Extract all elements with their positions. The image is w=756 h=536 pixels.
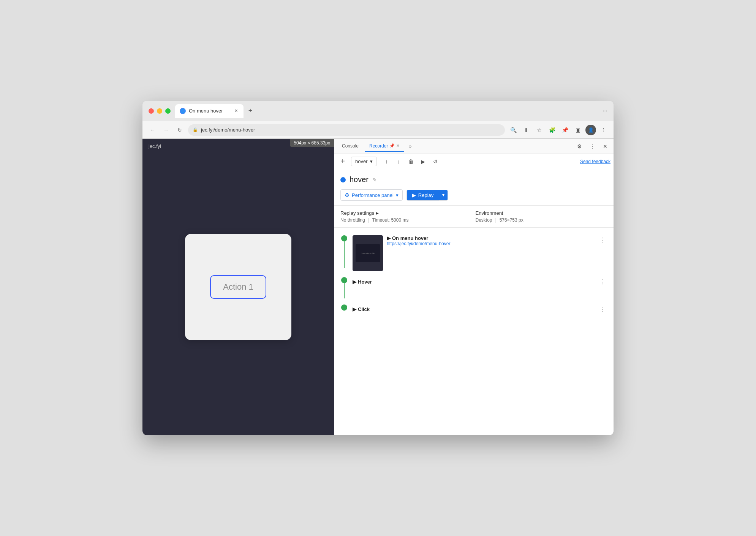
- env-divider: |: [495, 217, 497, 223]
- replay-settings-title[interactable]: Replay settings ▶: [340, 210, 473, 216]
- replay-button-group: ▶ Replay ▾: [406, 190, 448, 201]
- more-replay-button[interactable]: ↺: [430, 156, 441, 167]
- tab-close-button[interactable]: ✕: [233, 108, 239, 114]
- pin-icon[interactable]: 📌: [560, 125, 570, 135]
- step-2-arrow: ▶: [353, 279, 356, 285]
- desktop-value: Desktop: [476, 217, 492, 223]
- upload-recording-button[interactable]: ↑: [381, 156, 392, 167]
- step-3-info: ▶ Click: [353, 306, 595, 312]
- play-button[interactable]: ▶: [418, 156, 429, 167]
- action-button[interactable]: Action 1: [210, 275, 266, 299]
- environment-values: Desktop | 576×753 px: [476, 217, 608, 223]
- step-dot-3: [341, 304, 347, 311]
- nav-bar: ← → ↻ 🔒 jec.fyi/demo/menu-hover 🔍 ⬆ ☆ 🧩 …: [142, 121, 614, 139]
- devtools-more-button[interactable]: ⋮: [587, 141, 598, 152]
- recorder-actions: ↑ ↓ 🗑 ▶ ↺: [381, 156, 441, 167]
- forward-button[interactable]: →: [161, 125, 171, 135]
- more-menu-icon[interactable]: ⋮: [598, 125, 609, 135]
- address-text: jec.fyi/demo/menu-hover: [201, 127, 500, 133]
- send-feedback-link[interactable]: Send feedback: [580, 159, 610, 164]
- replay-button[interactable]: ▶ Replay: [407, 190, 439, 200]
- step-3-title[interactable]: ▶ Click: [353, 306, 595, 312]
- step-dot-2: [341, 277, 347, 283]
- tab-favicon: 🌐: [180, 108, 186, 114]
- recorder-tab-close[interactable]: ✕: [396, 143, 400, 148]
- search-icon[interactable]: 🔍: [508, 125, 519, 135]
- throttling-value: No throttling: [340, 217, 365, 223]
- devtools-panel: Console Recorder 📌 ✕ » ⚙ ⋮ ✕: [334, 139, 614, 435]
- replay-settings-section: Replay settings ▶ No throttling | Timeou…: [334, 206, 614, 228]
- traffic-lights: [149, 108, 171, 114]
- close-window-button[interactable]: [149, 108, 154, 114]
- recording-name-row: hover ✎: [340, 175, 607, 184]
- step-1-arrow: ▶: [387, 235, 391, 241]
- delete-recording-button[interactable]: 🗑: [406, 156, 416, 167]
- new-tab-button[interactable]: +: [245, 106, 256, 116]
- selector-dropdown-icon: ▾: [370, 159, 373, 164]
- profile-icon[interactable]: 👤: [585, 125, 596, 135]
- recorder-content: hover ✎ ♻ Performance panel ▾ ▶ Replay: [334, 169, 614, 435]
- step-3-arrow: ▶: [353, 306, 356, 312]
- webpage-preview: jec.fyi 504px × 685.33px Action 1: [142, 139, 334, 435]
- step-1-title[interactable]: ▶ On menu hover: [387, 235, 595, 241]
- tab-right-controls: ⋯: [603, 108, 607, 114]
- sidebar-icon[interactable]: ▣: [573, 125, 583, 135]
- size-tooltip: 504px × 685.33px: [290, 139, 334, 147]
- active-tab[interactable]: 🌐 On menu hover ✕: [175, 104, 244, 118]
- address-bar[interactable]: 🔒 jec.fyi/demo/menu-hover: [188, 124, 505, 136]
- more-tabs-button[interactable]: »: [406, 142, 414, 151]
- step-line-2: [344, 283, 345, 298]
- recorder-toolbar: + hover ▾ ↑ ↓ 🗑 ▶ ↺ Send feedback: [334, 154, 614, 169]
- settings-values: No throttling | Timeout: 5000 ms: [340, 217, 473, 223]
- share-icon[interactable]: ⬆: [521, 125, 531, 135]
- bookmark-icon[interactable]: ☆: [534, 125, 544, 135]
- step-2-title[interactable]: ▶ Hover: [353, 279, 595, 285]
- add-recording-button[interactable]: +: [337, 156, 348, 167]
- devtools-tabs: Console Recorder 📌 ✕ »: [337, 141, 414, 152]
- performance-panel-button[interactable]: ♻ Performance panel ▾: [340, 189, 403, 201]
- back-button[interactable]: ←: [147, 125, 158, 135]
- perf-panel-icon: ♻: [345, 192, 350, 198]
- step-item: ▶ Hover ⋮: [334, 274, 614, 301]
- settings-arrow-icon: ▶: [376, 211, 379, 215]
- recording-name-label: hover: [355, 159, 368, 164]
- content-area: jec.fyi 504px × 685.33px Action 1 Consol…: [142, 139, 614, 435]
- step-3-content: ▶ Click ⋮: [353, 304, 607, 314]
- devtools-close-button[interactable]: ✕: [600, 141, 610, 152]
- more-tabs-icon[interactable]: ⋯: [603, 108, 607, 114]
- dimensions-value: 576×753 px: [500, 217, 524, 223]
- timeout-value: Timeout: 5000 ms: [372, 217, 409, 223]
- pin-icon: 📌: [389, 143, 395, 148]
- step-1-more-button[interactable]: ⋮: [598, 235, 607, 244]
- step-2-info: ▶ Hover: [353, 279, 595, 285]
- title-bar: 🌐 On menu hover ✕ + ⋯: [142, 101, 614, 121]
- nav-icons: 🔍 ⬆ ☆ 🧩 📌 ▣ 👤 ⋮: [508, 125, 609, 135]
- replay-dropdown-button[interactable]: ▾: [439, 190, 448, 200]
- step-1-url: https://jec.fyi/demo/menu-hover: [387, 241, 595, 246]
- step-3-more-button[interactable]: ⋮: [598, 304, 607, 314]
- replay-play-icon: ▶: [412, 192, 416, 198]
- thumbnail-inner: hover demo site: [356, 244, 380, 262]
- refresh-button[interactable]: ↻: [174, 125, 185, 135]
- minimize-window-button[interactable]: [157, 108, 162, 114]
- site-name: jec.fyi: [149, 143, 161, 149]
- download-recording-button[interactable]: ↓: [394, 156, 404, 167]
- step-1-info: ▶ On menu hover https://jec.fyi/demo/men…: [387, 235, 595, 246]
- step-thumbnail: hover demo site: [353, 235, 383, 271]
- settings-left: Replay settings ▶ No throttling | Timeou…: [340, 210, 473, 223]
- maximize-window-button[interactable]: [165, 108, 171, 114]
- step-2-more-button[interactable]: ⋮: [598, 277, 607, 286]
- action-card: Action 1: [185, 234, 291, 340]
- perf-dropdown-icon: ▾: [396, 192, 399, 198]
- extensions-icon[interactable]: 🧩: [547, 125, 557, 135]
- edit-name-icon[interactable]: ✎: [372, 177, 377, 183]
- tab-title: On menu hover: [189, 108, 223, 114]
- step-1-content: hover demo site ▶ On menu hover https://…: [353, 235, 607, 271]
- tab-recorder[interactable]: Recorder 📌 ✕: [365, 141, 404, 152]
- recording-controls: ♻ Performance panel ▾ ▶ Replay ▾: [340, 189, 607, 202]
- tab-console[interactable]: Console: [337, 141, 363, 152]
- devtools-toolbar: Console Recorder 📌 ✕ » ⚙ ⋮ ✕: [334, 139, 614, 154]
- devtools-settings-button[interactable]: ⚙: [574, 141, 585, 152]
- recorder-tab-label: Recorder: [369, 143, 388, 149]
- recording-selector[interactable]: hover ▾: [351, 157, 377, 166]
